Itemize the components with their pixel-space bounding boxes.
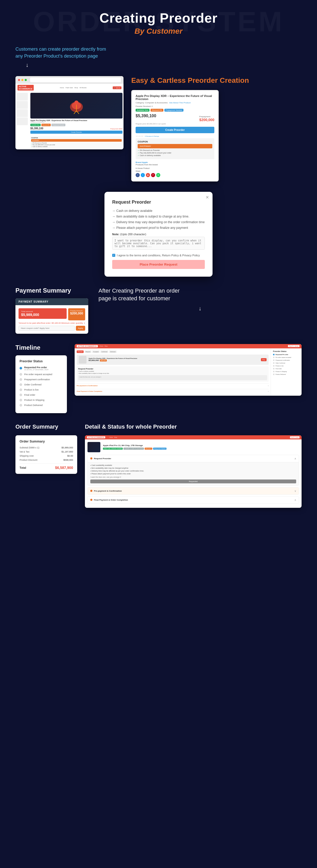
timeline-text-1: Requested Pre order: [24, 366, 48, 369]
nav-brands[interactable]: All Brands: [80, 87, 86, 88]
ecom-badge-row: Available Now Discount 0% Prepayment Nee…: [30, 124, 122, 126]
modal-agree-row: ✓ I agree to the terms and conditions, R…: [112, 254, 205, 257]
timeline-dot-1: [20, 367, 22, 369]
order-summary-value-4: $598,900: [63, 459, 73, 461]
timeline-text-7: Product In Shipping: [24, 399, 45, 401]
detail-status-label: Detail & Status for whole Preorder: [85, 424, 301, 430]
timeline-dot-7: [20, 399, 22, 401]
timeline-item-1: Requested Pre order 22:28 hrs, 27 Decemb…: [20, 366, 63, 371]
detail-accordion-header-2[interactable]: Pre-payment & Confirmation ∨: [88, 488, 299, 494]
order-tab-4[interactable]: Confirmed: [100, 350, 108, 353]
order-request-title: Request Preorder: [78, 368, 267, 370]
pdc-link[interactable]: Ask About This Product: [169, 101, 191, 104]
pdc-create-btn[interactable]: Create Preorder: [136, 127, 214, 133]
modal-title: Request Preorder: [112, 199, 205, 205]
detail-accordion-chevron-2[interactable]: ∨: [294, 490, 296, 492]
share-twitter-btn[interactable]: t: [141, 173, 145, 177]
product-image-svg: [66, 95, 87, 116]
share-pinterest-btn[interactable]: P: [151, 173, 155, 177]
browser-mockup: ACTIVEECOMMERCE Home Flash Sale Shop All…: [16, 76, 123, 149]
modal-checkbox[interactable]: ✓: [112, 254, 115, 257]
order-prepay-header: Pre-payment & Confirmation ›: [77, 383, 269, 388]
browser-content: ACTIVEECOMMERCE Home Flash Sale Shop All…: [16, 84, 123, 149]
order-status-text-5: Product is live: [276, 365, 284, 367]
pdc-regular-price: Regular price $5,990,000 in our quote: [136, 123, 214, 125]
detail-accordion-item-1: Cash availability available: [90, 464, 296, 466]
order-final-title: Final Payment & Order Completion: [77, 391, 102, 392]
order-summary-value-2: $1,197,800: [61, 451, 73, 453]
nav-home[interactable]: Home: [60, 87, 64, 88]
timeline-dot-6: [20, 394, 22, 396]
order-summary-row-1: Subtotal (5989 x 1): $5,989,000: [20, 446, 73, 449]
order-tab-3[interactable]: Accepted: [92, 350, 99, 353]
payment-total-amount: $5,989,000: [21, 313, 39, 317]
order-prepay-title: Pre-payment & Confirmation: [77, 385, 97, 386]
detail-nav-shop[interactable]: Shop: [114, 437, 117, 438]
pdc-price: $5,390,100: [136, 114, 156, 118]
order-status-6: Final order: [273, 368, 299, 369]
intro-section: Customers can create preorder directly f…: [16, 46, 301, 68]
pdc-prepay-amount: $200,000: [199, 118, 214, 122]
pay-now-btn[interactable]: Pay: [261, 358, 266, 361]
order-tab-2[interactable]: Request: [84, 350, 91, 353]
payment-total-content: Total amount $5,989,000: [21, 310, 39, 317]
order-summary-row-2: Vat & Tax: $1,197,800: [20, 451, 73, 453]
coupon-item-3: Cash on delivery available: [31, 146, 122, 147]
timeline-left: Timeline Preorder Status Requested Pre o…: [16, 344, 67, 413]
price-row: $5,395,100 Prepayment $200: [30, 127, 122, 130]
browser-address-bar: [30, 78, 121, 82]
order-prepay: $200,000: [100, 360, 107, 362]
modal-close-btn[interactable]: ✕: [206, 195, 209, 200]
detail-accordion-chevron-3[interactable]: ∧: [294, 499, 296, 501]
detail-request-btn[interactable]: Requested: [90, 479, 296, 484]
coupon-input-field[interactable]: [19, 326, 75, 331]
detail-accordion-body-1: Cash availability available Item availab…: [88, 462, 299, 486]
order-tab-active[interactable]: Preorder: [77, 350, 84, 353]
payment-note: *Amount to be paid after/final order: $5…: [19, 322, 85, 324]
share-youtube-btn[interactable]: ▶: [146, 173, 150, 177]
sidebar-thumb-4: [17, 118, 28, 125]
ecom-cart-icon[interactable]: 🛒 $0.00: [113, 86, 121, 89]
timeline-text-block-1: Requested Pre order 22:28 hrs, 27 Decemb…: [24, 366, 48, 371]
bottom-section-labels: Order Summary Detail & Status for whole …: [16, 424, 301, 430]
bottom-sections: Order Summary Subtotal (5989 x 1): $5,98…: [16, 435, 301, 508]
ecom-coupon-input[interactable]: SHOPAWAY: [31, 139, 122, 142]
btn-discount: Discount 0%: [41, 124, 51, 126]
timeline-item-2: Pre order request accepted: [20, 373, 63, 376]
detail-accordion-header-1[interactable]: Request Preorder ∧: [88, 455, 299, 462]
timeline-section: Timeline Preorder Status Requested Pre o…: [16, 344, 301, 413]
pdc-share-buttons: f t ▶ P W: [136, 173, 214, 177]
order-summary-card: Order Summary Subtotal (5989 x 1): $5,98…: [16, 435, 77, 474]
order-nav-home[interactable]: Home: [100, 345, 103, 347]
detail-product-row: Apple iPad Pro 13, M4 Chip, 1TB Storage …: [87, 442, 299, 452]
nav-flash[interactable]: Flash Sale: [66, 87, 73, 88]
pdc-prepay-block: Prepayment $200,000: [199, 116, 214, 122]
detail-accordion-header-3[interactable]: Final Payment & Order Completion ∧: [88, 496, 299, 503]
order-message-box: I want the blue one, can you arrange it: [78, 375, 267, 380]
share-whatsapp-btn[interactable]: W: [156, 173, 160, 177]
detail-message-text: I want the blue one, can you arrange it: [90, 476, 296, 478]
modal-item-3: Delivery time may vary depending on the …: [112, 220, 205, 224]
order-status-dot-2: [273, 356, 275, 358]
modal-note: Note: (Upto 200 character): [112, 233, 205, 236]
order-status-5: Product is live: [273, 365, 299, 367]
nav-shop[interactable]: Shop: [75, 87, 78, 88]
order-final-chevron[interactable]: ›: [268, 390, 269, 393]
page-header: Creating Preorder By Customer: [16, 10, 301, 35]
ecom-create-btn[interactable]: Create Preorder: [30, 131, 122, 134]
ecom-product-image: [30, 93, 122, 119]
order-nav-shop[interactable]: Shop: [105, 345, 108, 347]
intro-text: Customers can create preorder directly f…: [16, 46, 113, 60]
order-tab-5[interactable]: Delivered: [109, 350, 117, 353]
detail-nav-home[interactable]: Home: [109, 437, 113, 438]
pdc-coupon-input[interactable]: SHOPAWAY: [138, 144, 212, 148]
order-prepay-chevron[interactable]: ›: [268, 384, 269, 387]
timeline-dot-3: [20, 378, 22, 381]
coupon-apply-btn[interactable]: Apply: [76, 326, 85, 331]
detail-accordion-chevron-1[interactable]: ∧: [294, 457, 296, 460]
modal-submit-btn[interactable]: Place Preorder Request: [112, 260, 205, 269]
share-facebook-btn[interactable]: f: [136, 173, 140, 177]
modal-textarea[interactable]: [112, 237, 205, 250]
timeline-item-3: Prepayment confirmation: [20, 378, 63, 381]
order-ecom-logo: ACTIVE ECOMMERCE: [77, 345, 98, 347]
